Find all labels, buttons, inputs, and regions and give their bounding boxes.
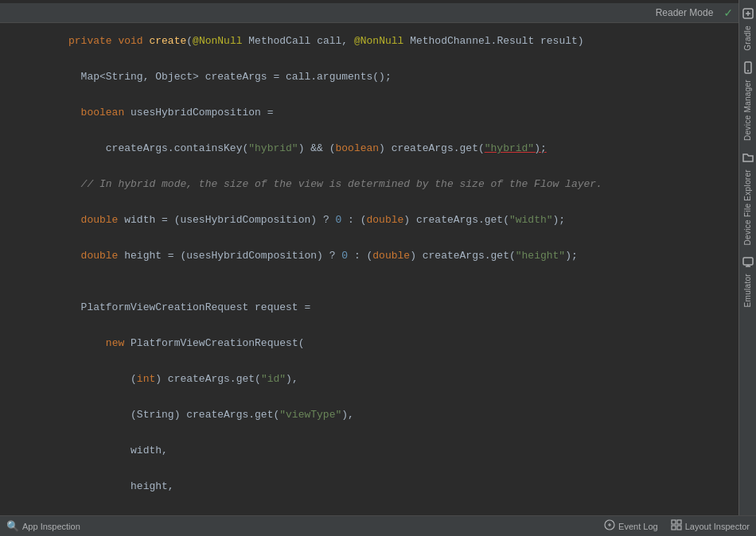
svg-rect-3 [743,258,753,265]
device-manager-label: Device Manager [743,80,752,141]
code-line: (String) createArgs.get("viewType"), [0,397,738,433]
svg-rect-5 [672,520,676,524]
code-line: PlatformViewCreationRequest request = [0,289,738,325]
emulator-label: Emulator [743,274,752,307]
bottom-bar: 🔍 App Inspection Event Log Layout Inspec… [0,515,756,536]
reader-mode-button[interactable]: Reader Mode [651,6,719,20]
code-line: width, [0,433,738,468]
layout-inspector-label: Layout Inspector [685,522,750,531]
code-line: double width = (usesHybridComposition) ?… [0,202,738,238]
code-line: (int) createArgs.get("id"), [0,361,738,397]
code-line: private void create(@NonNull MethodCall … [0,23,738,59]
check-icon: ✓ [724,5,732,21]
event-log-icon [604,519,615,533]
app-inspection-item[interactable]: 🔍 App Inspection [6,520,80,532]
layout-inspector-item[interactable]: Layout Inspector [671,519,750,533]
device-manager-icon [741,60,755,75]
event-log-label: Event Log [618,522,658,531]
emulator-icon [741,254,755,269]
code-line: createArgs.containsKey("hybrid") && (boo… [0,130,738,166]
app-inspection-label: App Inspection [22,522,80,531]
device-file-explorer-icon [741,150,755,165]
code-line: double height = (usesHybridComposition) … [0,238,738,274]
gradle-icon [741,6,755,21]
layout-inspector-icon [671,519,682,533]
app-inspection-icon: 🔍 [6,520,19,532]
device-file-explorer-label: Device File Explorer [743,169,752,245]
code-line: height, [0,468,738,504]
svg-point-2 [747,70,749,72]
svg-rect-6 [677,520,681,524]
code-line: new PlatformViewCreationRequest( [0,325,738,361]
gradle-label: Gradle [743,25,752,51]
code-editor: Reader Mode ✓ private void create(@NonNu… [0,0,738,515]
gradle-tool[interactable]: Gradle [741,6,755,51]
code-line: // In hybrid mode, the size of the view … [0,166,738,202]
code-line: Map<String, Object> createArgs = call.ar… [0,59,738,95]
svg-rect-8 [677,526,681,530]
svg-rect-7 [672,526,676,530]
editor-toolbar: Reader Mode ✓ [0,3,738,23]
code-lines-before: private void create(@NonNull MethodCall … [0,23,738,515]
right-sidebar: Gradle Device Manager Device File Explor… [738,0,756,515]
device-manager-tool[interactable]: Device Manager [741,60,755,141]
code-line [0,274,738,289]
device-file-explorer-tool[interactable]: Device File Explorer [741,150,755,245]
code-line: (int) createArgs.get("direction"), [0,504,738,515]
emulator-tool[interactable]: Emulator [741,254,755,307]
event-log-item[interactable]: Event Log [604,519,658,533]
code-line: boolean usesHybridComposition = [0,95,738,130]
